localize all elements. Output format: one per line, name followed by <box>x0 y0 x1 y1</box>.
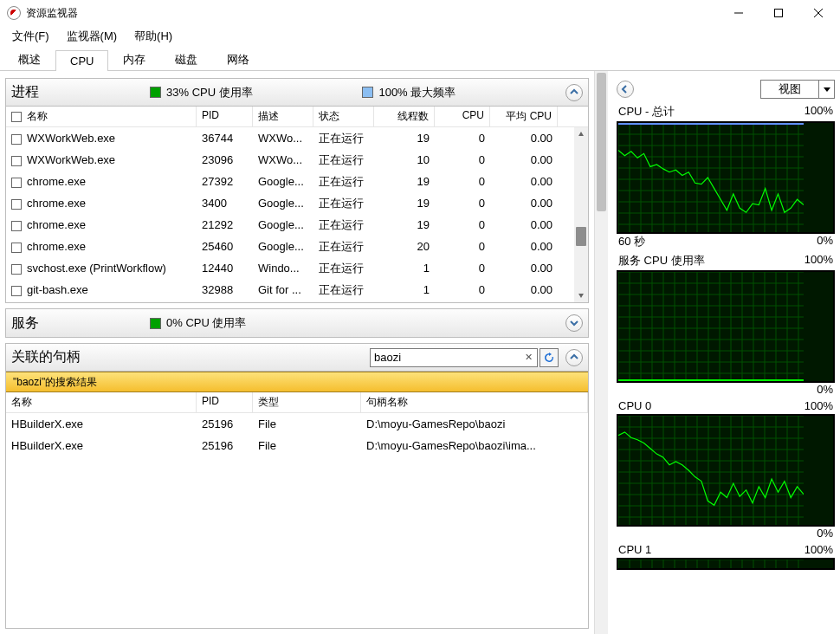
processes-header[interactable]: 进程 33% CPU 使用率 100% 最大频率 <box>6 79 588 107</box>
chevron-down-icon <box>818 81 834 98</box>
table-row[interactable]: HBuilderX.exe25196FileD:\moyu-GamesRepo\… <box>6 435 588 456</box>
menu-help[interactable]: 帮助(H) <box>126 27 181 46</box>
tab-disk[interactable]: 磁盘 <box>160 48 212 71</box>
col-threads[interactable]: 线程数 <box>374 107 435 126</box>
svg-rect-1 <box>775 10 783 17</box>
col-status[interactable]: 状态 <box>313 107 374 126</box>
col-cpu[interactable]: CPU <box>435 107 490 126</box>
graph-title: CPU - 总计 <box>618 104 675 120</box>
tabstrip: 概述 CPU 内存 磁盘 网络 <box>0 47 840 71</box>
services-cpu-stat: 0% CPU 使用率 <box>150 315 246 331</box>
graph-min: 0% <box>817 527 833 540</box>
close-button[interactable] <box>798 0 838 26</box>
view-dropdown[interactable]: 视图 <box>760 80 835 99</box>
handles-title: 关联的句柄 <box>11 348 150 366</box>
search-refresh-button[interactable] <box>540 348 559 367</box>
processes-title: 进程 <box>11 83 150 101</box>
max-freq-stat: 100% 最大频率 <box>362 85 456 100</box>
services-panel: 服务 0% CPU 使用率 <box>5 308 589 338</box>
cpu-usage-stat: 33% CPU 使用率 <box>150 85 253 100</box>
graph-max: 100% <box>804 399 833 412</box>
col-pid[interactable]: PID <box>197 107 253 126</box>
row-checkbox[interactable] <box>11 243 22 253</box>
handles-panel: 关联的句柄 ✕ "baozi"的搜索结果 名称 PID 类型 句柄名称 <box>5 343 589 629</box>
cpu-graph: CPU 1100% <box>617 543 835 570</box>
table-row[interactable]: WXWorkWeb.exe36744WXWo...正在运行1900.00 <box>6 127 588 149</box>
graph-title: CPU 1 <box>618 543 651 556</box>
search-result-banner: "baozi"的搜索结果 <box>6 372 588 392</box>
handles-table: 名称 PID 类型 句柄名称 HBuilderX.exe25196FileD:\… <box>6 392 588 628</box>
minimize-button[interactable] <box>719 0 759 26</box>
table-row[interactable]: git-bash.exe32988Git for ...正在运行100.00 <box>6 279 588 301</box>
menubar: 文件(F) 监视器(M) 帮助(H) <box>0 26 840 47</box>
hcol-type[interactable]: 类型 <box>253 392 361 412</box>
col-name[interactable]: 名称 <box>27 110 48 122</box>
maximize-button[interactable] <box>759 0 798 26</box>
row-checkbox[interactable] <box>11 156 22 166</box>
table-row[interactable]: WXWorkWeb.exe23096WXWo...正在运行1000.00 <box>6 149 588 171</box>
collapse-button[interactable] <box>565 314 583 332</box>
cpu-graph: CPU 0100%0% <box>617 399 835 540</box>
graph-title: 服务 CPU 使用率 <box>618 253 705 268</box>
processes-scrollbar[interactable] <box>574 127 588 302</box>
scroll-down-icon[interactable] <box>574 288 588 302</box>
graph-min: 0% <box>817 383 833 396</box>
tab-cpu[interactable]: CPU <box>55 50 108 71</box>
col-desc[interactable]: 描述 <box>253 107 313 126</box>
cpu-graph: CPU - 总计100%60 秒0% <box>617 104 835 249</box>
expand-button[interactable] <box>617 81 634 98</box>
table-row[interactable]: chrome.exe25460Google...正在运行2000.00 <box>6 236 588 257</box>
graph-min: 0% <box>817 234 833 249</box>
view-label: 视图 <box>761 81 818 97</box>
table-row[interactable]: chrome.exe27392Google...正在运行1900.00 <box>6 171 588 192</box>
tab-memory[interactable]: 内存 <box>108 48 160 71</box>
services-header[interactable]: 服务 0% CPU 使用率 <box>6 309 588 337</box>
left-pane-scrollbar[interactable] <box>594 71 608 634</box>
collapse-button[interactable] <box>565 349 583 366</box>
hcol-name[interactable]: 名称 <box>6 392 197 412</box>
graph-max: 100% <box>804 104 833 120</box>
hcol-handle[interactable]: 句柄名称 <box>361 392 588 412</box>
row-checkbox[interactable] <box>11 134 22 145</box>
tab-network[interactable]: 网络 <box>212 48 264 71</box>
hcol-pid[interactable]: PID <box>197 392 253 412</box>
table-row[interactable]: svchost.exe (PrintWorkflow)12440Windo...… <box>6 257 588 279</box>
graph-max: 100% <box>804 543 833 556</box>
table-row[interactable]: chrome.exe3400Google...正在运行1900.00 <box>6 192 588 214</box>
table-row[interactable]: chrome.exe21292Google...正在运行1900.00 <box>6 214 588 236</box>
svg-marker-4 <box>578 132 584 136</box>
processes-panel: 进程 33% CPU 使用率 100% 最大频率 名称 PID 描述 状态 线程… <box>5 78 589 303</box>
scroll-thumb[interactable] <box>576 227 586 246</box>
services-title: 服务 <box>11 314 150 333</box>
row-checkbox[interactable] <box>11 264 22 275</box>
tab-overview[interactable]: 概述 <box>3 48 55 71</box>
table-row[interactable]: HBuilderX.exe25196FileD:\moyu-GamesRepo\… <box>6 413 588 435</box>
graphs-pane: 视图 CPU - 总计100%60 秒0%服务 CPU 使用率100%0%CPU… <box>608 71 840 634</box>
scroll-up-icon[interactable] <box>574 127 588 141</box>
titlebar: 资源监视器 <box>0 0 840 26</box>
handles-search: ✕ <box>370 348 559 367</box>
clear-search-button[interactable]: ✕ <box>520 348 536 367</box>
col-avgcpu[interactable]: 平均 CPU <box>490 107 558 126</box>
graph-max: 100% <box>804 253 833 268</box>
svg-marker-5 <box>578 294 584 298</box>
row-checkbox[interactable] <box>11 221 22 231</box>
handles-header: 关联的句柄 ✕ <box>6 344 588 372</box>
menu-monitor[interactable]: 监视器(M) <box>58 27 126 46</box>
select-all-checkbox[interactable] <box>11 112 22 122</box>
window-title: 资源监视器 <box>26 6 78 21</box>
row-checkbox[interactable] <box>11 199 22 210</box>
graph-title: CPU 0 <box>618 399 651 412</box>
app-icon <box>7 6 21 20</box>
row-checkbox[interactable] <box>11 178 22 188</box>
graph-xlabel: 60 秒 <box>618 234 645 249</box>
processes-table: 名称 PID 描述 状态 线程数 CPU 平均 CPU WXWorkWeb.ex… <box>6 107 588 302</box>
collapse-button[interactable] <box>565 84 583 101</box>
search-input[interactable] <box>370 348 538 367</box>
cpu-graph: 服务 CPU 使用率100%0% <box>617 253 835 396</box>
menu-file[interactable]: 文件(F) <box>3 27 58 46</box>
row-checkbox[interactable] <box>11 286 22 296</box>
svg-marker-6 <box>824 87 830 92</box>
